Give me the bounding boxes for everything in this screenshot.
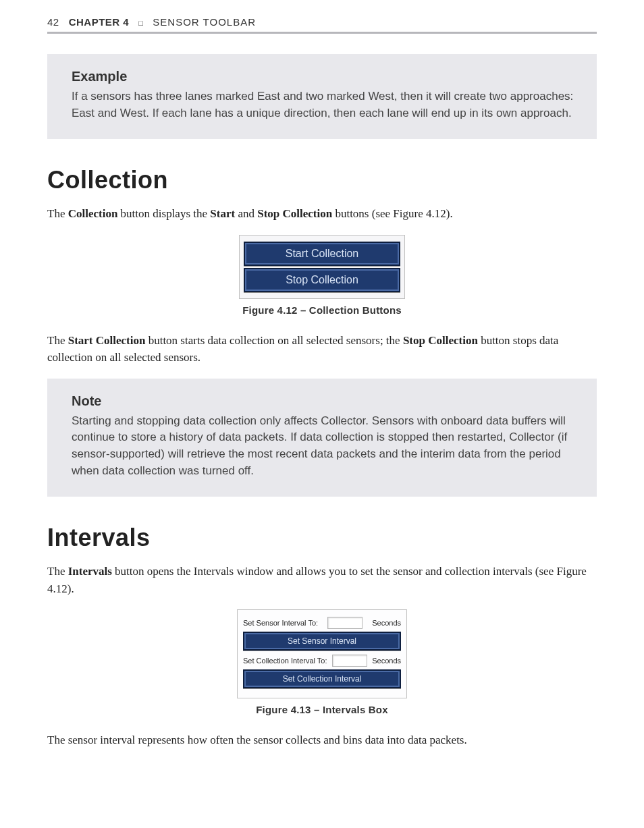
text-fragment: and	[235, 207, 257, 220]
figure-4-13-caption: Figure 4.13 – Intervals Box	[47, 704, 597, 715]
note-callout: Note Starting and stopping data collecti…	[47, 379, 597, 497]
collection-buttons-panel: Start Collection Stop Collection	[239, 235, 405, 299]
divider-glyph: □	[138, 19, 143, 27]
collection-heading: Collection	[47, 166, 597, 194]
intervals-closing: The sensor interval represents how often…	[47, 732, 597, 749]
sensor-interval-unit: Seconds	[372, 619, 401, 627]
figure-4-13: Set Sensor Interval To: Seconds Set Sens…	[47, 609, 597, 715]
bold-collection: Collection	[68, 207, 118, 220]
stop-collection-button[interactable]: Stop Collection	[244, 268, 400, 292]
sensor-interval-label: Set Sensor Interval To:	[243, 619, 318, 627]
text-fragment: buttons (see Figure 4.12).	[332, 207, 452, 220]
collection-interval-unit: Seconds	[372, 657, 401, 665]
page-header: 42 CHAPTER 4 □ SENSOR TOOLBAR	[47, 16, 597, 34]
sensor-interval-input[interactable]	[327, 617, 363, 629]
bold-start-collection: Start Collection	[68, 334, 146, 347]
text-fragment: button displays the	[117, 207, 210, 220]
note-body: Starting and stopping data collection on…	[72, 413, 578, 480]
page-number: 42	[47, 16, 59, 28]
set-sensor-interval-button[interactable]: Set Sensor Interval	[243, 632, 401, 651]
intervals-panel: Set Sensor Interval To: Seconds Set Sens…	[237, 609, 407, 698]
intervals-heading: Intervals	[47, 524, 597, 552]
bold-start: Start	[210, 207, 235, 220]
figure-4-12-caption: Figure 4.12 – Collection Buttons	[47, 304, 597, 316]
bold-stop-collection: Stop Collection	[257, 207, 332, 220]
collection-interval-label: Set Collection Interval To:	[243, 657, 327, 665]
intervals-intro: The Intervals button opens the Intervals…	[47, 563, 597, 597]
collection-intro: The Collection button displays the Start…	[47, 205, 597, 223]
collection-interval-input[interactable]	[332, 655, 367, 667]
chapter-label: CHAPTER 4	[69, 16, 130, 28]
example-callout: Example If a sensors has three lanes mar…	[47, 54, 597, 139]
bold-intervals: Intervals	[68, 565, 112, 578]
example-body: If a sensors has three lanes marked East…	[72, 88, 578, 121]
text-fragment: The	[47, 565, 68, 578]
figure-4-12: Start Collection Stop Collection Figure …	[47, 235, 597, 316]
set-collection-interval-button[interactable]: Set Collection Interval	[243, 669, 401, 688]
start-collection-button[interactable]: Start Collection	[244, 242, 400, 266]
text-fragment: The	[47, 207, 68, 220]
example-heading: Example	[72, 69, 578, 84]
text-fragment: button opens the Intervals window and al…	[47, 565, 587, 595]
bold-stop-collection-2: Stop Collection	[403, 334, 478, 347]
sensor-interval-row: Set Sensor Interval To: Seconds	[243, 617, 401, 629]
note-heading: Note	[72, 393, 578, 409]
collection-para2: The Start Collection button starts data …	[47, 332, 597, 366]
text-fragment: The	[47, 334, 68, 347]
collection-interval-row: Set Collection Interval To: Seconds	[243, 655, 401, 667]
text-fragment: button starts data collection on all sel…	[145, 334, 402, 347]
header-section-title: SENSOR TOOLBAR	[153, 16, 256, 28]
